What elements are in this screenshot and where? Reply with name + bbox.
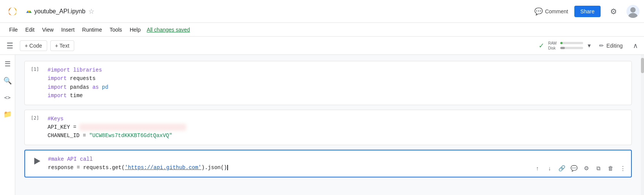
api-key-value: [80, 124, 186, 131]
link-icon[interactable]: 🔗: [556, 163, 567, 174]
cell-1-number: [1]: [31, 67, 43, 72]
menu-file[interactable]: File: [6, 25, 21, 34]
code-pandas: pandas: [70, 84, 92, 90]
drive-icon-area: [25, 8, 33, 15]
comment-cell-icon[interactable]: 💬: [569, 163, 579, 174]
disk-bar-bg: [560, 47, 583, 49]
scrollbar-thumb[interactable]: [641, 58, 644, 73]
code-requests: requests: [70, 75, 96, 82]
ram-disk-indicator: RAM Disk: [548, 41, 583, 50]
cell-3: #make API call response = requests.get('…: [24, 150, 632, 177]
cell-2-line-2: API_KEY =: [48, 123, 625, 131]
share-button[interactable]: Share: [574, 6, 601, 17]
ram-bar-fill: [560, 42, 563, 44]
sidebar-toggle-button[interactable]: ☰: [3, 39, 17, 53]
run-icon: [34, 158, 40, 165]
cell-1: [1] #import libraries import requests im…: [24, 61, 632, 105]
comment: #import libraries: [48, 67, 102, 73]
run-button[interactable]: [31, 155, 43, 167]
ram-row: RAM: [548, 41, 583, 45]
collapse-button[interactable]: ∧: [630, 40, 641, 51]
cell-1-header: [1] #import libraries import requests im…: [31, 66, 625, 100]
code-pd: pd: [102, 84, 108, 90]
cell-2-content[interactable]: #Keys API_KEY = CHANNEL_ID = "UCW8Ews7td…: [48, 115, 625, 140]
checkmark-icon: ✓: [539, 42, 544, 50]
cell-2: [2] #Keys API_KEY = CHANNEL_ID = "UCW8Ew…: [24, 110, 632, 145]
comment-button[interactable]: 💬 Comment: [534, 7, 568, 16]
editing-label: Editing: [606, 43, 623, 49]
cell-1-line-3: import pandas as pd: [48, 83, 625, 91]
star-icon[interactable]: ☆: [88, 7, 94, 16]
toolbar-right: ✓ RAM Disk ▾ ✏ Editing ∧: [539, 40, 641, 51]
notebook-area: [1] #import libraries import requests im…: [15, 55, 641, 195]
toolbar: ☰ + Code + Text ✓ RAM Disk ▾ ✏ Editing ∧: [0, 37, 644, 55]
channel-id-label: CHANNEL_ID =: [48, 133, 89, 139]
right-scrollbar[interactable]: [641, 55, 644, 195]
menu-help[interactable]: Help: [127, 25, 144, 34]
drive-icon: [25, 8, 33, 15]
keyword-import3: import: [48, 93, 67, 99]
menu-runtime[interactable]: Runtime: [79, 25, 105, 34]
cell-1-line-4: import time: [48, 91, 625, 100]
keyword-import: import: [48, 75, 67, 82]
pencil-icon: ✏: [599, 42, 604, 49]
menu-view[interactable]: View: [39, 25, 57, 34]
sidebar-icon-code[interactable]: <>: [2, 91, 14, 104]
logo-text: CO: [8, 9, 17, 15]
delete-cell-icon[interactable]: 🗑: [605, 163, 616, 174]
move-up-icon[interactable]: ↑: [532, 163, 543, 174]
disk-bar-fill: [560, 47, 565, 49]
settings-cell-icon[interactable]: ⚙: [581, 163, 591, 174]
disk-row: Disk: [548, 46, 583, 50]
menu-insert[interactable]: Insert: [58, 25, 78, 34]
ram-label: RAM: [548, 41, 559, 45]
left-sidebar: ☰ 🔍 <> 📁: [0, 55, 15, 195]
sidebar-icon-search[interactable]: 🔍: [2, 75, 14, 87]
sidebar-icon-menu[interactable]: ☰: [2, 58, 14, 70]
ram-bar-bg: [560, 42, 583, 44]
cell-2-line-1: #Keys: [48, 115, 625, 123]
cursor: [227, 165, 228, 170]
cell-2-number: [2]: [31, 115, 43, 121]
channel-id-value: "UCW8Ews7tdKKKBT6GdtQaxVQ": [89, 133, 172, 139]
copy-cell-icon[interactable]: ⧉: [593, 163, 604, 174]
url-string[interactable]: 'https://api.github.com': [125, 165, 202, 171]
response-code: response = requests.get(: [48, 165, 125, 171]
comment-keys: #Keys: [48, 116, 64, 122]
keyword-as: as: [92, 84, 99, 90]
move-down-icon[interactable]: ↓: [544, 163, 555, 174]
comment-label: Comment: [545, 8, 568, 14]
svg-point-5: [630, 7, 636, 13]
cell-1-line-2: import requests: [48, 74, 625, 83]
code-time: time: [70, 93, 83, 99]
top-bar-right: 💬 Comment Share ⚙: [534, 5, 639, 18]
menu-bar: File Edit View Insert Runtime Tools Help…: [0, 23, 644, 37]
cell-3-line-1: #make API call: [48, 155, 625, 163]
cell-1-content[interactable]: #import libraries import requests import…: [48, 66, 625, 100]
main-content: ☰ 🔍 <> 📁 [1] #import libraries import re…: [0, 55, 644, 195]
menu-edit[interactable]: Edit: [22, 25, 38, 34]
cell-1-line-1: #import libraries: [48, 66, 625, 74]
api-key-label: API_KEY =: [48, 124, 80, 130]
json-call: ).json(): [201, 165, 227, 171]
avatar[interactable]: [626, 5, 639, 18]
comment-icon: 💬: [534, 7, 543, 16]
all-changes-saved[interactable]: All changes saved: [147, 27, 190, 33]
keyword-import2: import: [48, 84, 67, 90]
colab-logo[interactable]: CO: [5, 3, 21, 19]
add-code-button[interactable]: + Code: [20, 40, 47, 51]
more-options-icon[interactable]: ⋮: [617, 163, 628, 174]
top-bar: CO youtube_API.ipynb ☆ 💬 Comment Share ⚙: [0, 0, 644, 23]
disk-label: Disk: [548, 46, 559, 50]
cell-toolbar: ↑ ↓ 🔗 💬 ⚙ ⧉ 🗑 ⋮: [532, 163, 628, 174]
sidebar-icon-files[interactable]: 📁: [2, 108, 14, 120]
editing-button[interactable]: ✏ Editing: [595, 40, 626, 51]
comment-api-call: #make API call: [48, 156, 93, 162]
add-text-button[interactable]: + Text: [50, 40, 75, 51]
settings-icon[interactable]: ⚙: [607, 5, 620, 18]
cell-2-header: [2] #Keys API_KEY = CHANNEL_ID = "UCW8Ew…: [31, 115, 625, 140]
menu-tools[interactable]: Tools: [107, 25, 125, 34]
cell-2-line-3: CHANNEL_ID = "UCW8Ews7tdKKKBT6GdtQaxVQ": [48, 131, 625, 140]
dropdown-arrow[interactable]: ▾: [588, 42, 591, 49]
notebook-title[interactable]: youtube_API.ipynb: [34, 8, 85, 15]
